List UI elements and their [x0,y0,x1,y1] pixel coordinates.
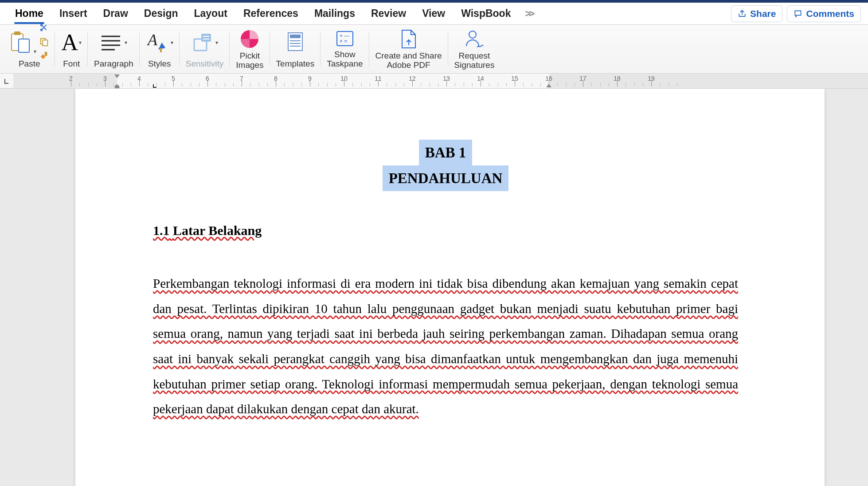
svg-text:A: A [147,32,158,49]
group-paragraph: ▾ Paragraph [88,27,140,71]
tab-review[interactable]: Review [363,4,414,23]
pickit-images-button[interactable] [239,28,260,51]
section-number: 1.1 [153,223,170,238]
group-label: Styles [148,59,171,69]
paste-button[interactable]: ▾ [10,30,36,55]
section-heading-text: Latar Belakang [173,223,262,238]
group-font: A ▾ Font [55,27,88,71]
group-sensitivity: ▾ Sensitivity [180,27,230,71]
templates-icon [285,31,305,52]
font-a-icon: A [61,31,78,54]
taskpane-icon: + — × = [334,29,356,48]
pickit-icon [239,28,260,50]
group-label: Paste [19,59,40,69]
tab-design[interactable]: Design [136,4,186,23]
chevron-down-icon: ▾ [79,39,82,46]
page: BAB 1 PENDAHULUAN 1.1 Latar Belakang Per… [75,89,825,486]
format-painter-button[interactable] [39,51,49,63]
group-adobe-pdf: Create and Share Adobe PDF [369,27,448,71]
brush-icon [39,51,49,61]
tab-stop-icon [3,78,10,85]
ribbon: ▾ Paste A [0,25,868,74]
svg-text:× =: × = [340,38,347,44]
tab-references[interactable]: References [235,4,306,23]
paragraph-dialog-button[interactable]: ▾ [100,34,127,51]
section-heading[interactable]: 1.1 Latar Belakang [153,223,738,238]
tab-stop-marker[interactable] [153,84,156,88]
group-clipboard: ▾ Paste [4,27,55,71]
body-paragraph[interactable]: Perkembangan teknologi informasi di era … [153,271,738,421]
app-window: HomeInsertDrawDesignLayoutReferencesMail… [0,0,868,486]
comments-button[interactable]: Comments [787,5,861,22]
svg-rect-11 [160,48,162,52]
sensitivity-button[interactable]: ▾ [192,33,218,52]
tab-home[interactable]: Home [7,4,51,23]
title-line-1[interactable]: BAB 1 [419,140,473,165]
group-signatures: Request Signatures [448,27,501,71]
tab-draw[interactable]: Draw [95,4,136,23]
workspace: 12345678910 2345678910111213141516171819… [0,74,868,486]
cut-button[interactable] [39,23,49,34]
templates-button[interactable] [285,31,305,54]
styles-icon: A [146,32,168,53]
group-label: Create and Share Adobe PDF [375,51,442,70]
chevron-down-icon: ▾ [171,39,173,46]
svg-rect-18 [290,35,301,38]
svg-rect-5 [45,52,47,56]
comments-label: Comments [806,8,854,19]
left-indent-marker[interactable] [115,86,119,88]
share-label: Share [750,8,776,19]
svg-rect-4 [43,40,48,46]
horizontal-ruler[interactable]: 2345678910111213141516171819 [13,74,868,89]
chevron-down-icon: ▾ [125,39,127,46]
group-templates: Templates [270,27,321,71]
chevron-down-icon: ▾ [215,39,218,46]
page-content[interactable]: BAB 1 PENDAHULUAN 1.1 Latar Belakang Per… [153,140,738,422]
tab-mailings[interactable]: Mailings [306,4,363,23]
styles-button[interactable]: A ▾ [146,32,173,53]
group-pickit: Pickit Images [230,27,270,71]
sensitivity-icon [192,33,213,52]
comment-icon [794,9,802,18]
signature-icon [464,28,485,50]
group-label: Show Taskpane [327,50,363,69]
svg-point-25 [469,31,476,38]
ruler-tab-selector[interactable] [0,74,13,89]
svg-rect-2 [19,39,29,52]
group-label: Font [63,59,80,69]
first-line-indent-marker[interactable] [114,74,120,78]
share-button[interactable]: Share [731,5,782,22]
tab-view[interactable]: View [414,4,453,23]
group-label: Paragraph [94,59,133,69]
create-share-pdf-button[interactable] [399,28,419,51]
group-label: Request Signatures [454,51,495,70]
right-indent-marker[interactable] [546,84,551,87]
copy-button[interactable] [39,37,49,48]
share-icon [738,9,747,18]
tab-layout[interactable]: Layout [186,4,235,23]
group-label: Templates [276,59,315,69]
svg-rect-1 [14,31,20,35]
ribbon-overflow-button[interactable]: >> [519,8,539,20]
pdf-share-icon [399,28,419,50]
tab-wispbook[interactable]: WispBook [453,4,519,23]
clipboard-icon [10,30,31,53]
request-signatures-button[interactable] [464,28,485,51]
group-label: Pickit Images [236,51,263,70]
document-title-block: BAB 1 PENDAHULUAN [153,140,738,191]
document-scroll-area[interactable]: BAB 1 PENDAHULUAN 1.1 Latar Belakang Per… [13,89,868,486]
show-taskpane-button[interactable]: + — × = [334,29,356,50]
font-dialog-button[interactable]: A ▾ [61,31,82,54]
group-label: Sensitivity [186,59,224,69]
title-line-2[interactable]: PENDAHULUAN [383,165,509,191]
tab-insert[interactable]: Insert [51,4,95,23]
paragraph-lines-icon [100,34,122,51]
svg-rect-13 [201,34,211,42]
scissors-icon [39,23,49,32]
ribbon-tabs: HomeInsertDrawDesignLayoutReferencesMail… [0,3,868,25]
group-taskpane: + — × = Show Taskpane [321,27,369,71]
chevron-down-icon: ▾ [34,48,36,55]
copy-icon [39,37,49,47]
group-styles: A ▾ Styles [140,27,180,71]
